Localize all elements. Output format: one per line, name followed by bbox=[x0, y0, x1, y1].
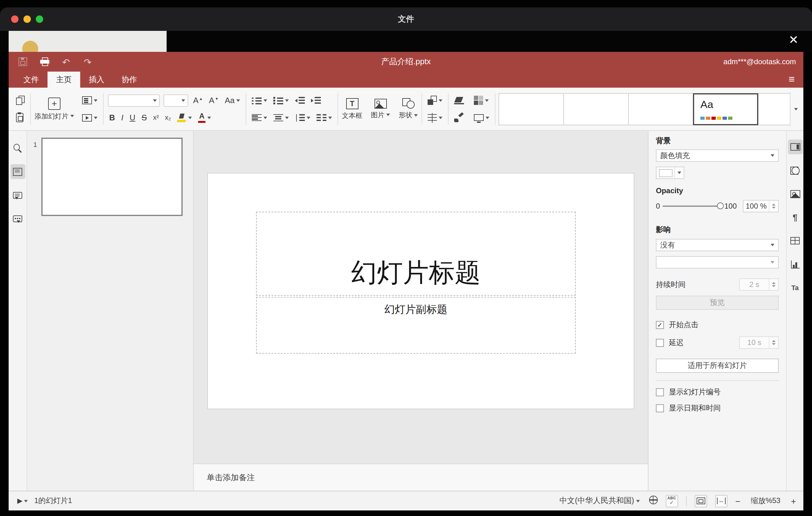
slide-canvas[interactable]: 幻灯片标题 幻灯片副标题 bbox=[194, 131, 648, 463]
columns-button[interactable] bbox=[315, 113, 333, 122]
undo-button[interactable]: ↶ bbox=[59, 55, 73, 68]
color-scheme-button[interactable] bbox=[473, 95, 490, 106]
change-layout-button[interactable] bbox=[81, 96, 99, 105]
vertical-align-button[interactable] bbox=[272, 113, 290, 122]
fit-to-slide-button[interactable] bbox=[694, 495, 707, 507]
font-color-button[interactable]: A bbox=[197, 112, 212, 124]
notes-area[interactable]: 单击添加备注 bbox=[194, 463, 648, 491]
fit-to-width-button[interactable]: ↔ bbox=[715, 495, 727, 507]
start-on-click-checkbox[interactable] bbox=[656, 321, 664, 329]
textart-settings-tab[interactable]: Ta bbox=[788, 280, 803, 295]
copy-style-button[interactable] bbox=[453, 113, 465, 122]
comments-button[interactable] bbox=[10, 188, 25, 202]
slide-thumbnail[interactable] bbox=[41, 138, 183, 216]
italic-button[interactable]: I bbox=[120, 113, 125, 122]
spellcheck-button[interactable]: ABC✓ bbox=[665, 495, 678, 507]
clear-style-button[interactable] bbox=[453, 96, 465, 105]
image-settings-tab[interactable] bbox=[788, 187, 803, 201]
chart-settings-tab[interactable] bbox=[788, 257, 803, 271]
effect-select[interactable]: 没有 bbox=[656, 239, 779, 251]
language-selector[interactable]: 中文(中华人民共和国) bbox=[558, 495, 641, 507]
highlight-color-button[interactable] bbox=[176, 113, 193, 122]
search-button[interactable] bbox=[10, 141, 25, 155]
insert-textbox-button[interactable]: T 文本框 bbox=[339, 98, 365, 120]
start-slideshow-status-button[interactable]: ▶ bbox=[16, 497, 29, 505]
opacity-slider[interactable] bbox=[662, 205, 722, 207]
opacity-slider-knob[interactable] bbox=[717, 202, 724, 209]
slides-panel-button[interactable] bbox=[10, 164, 25, 179]
theme-gallery-expand-button[interactable] bbox=[790, 92, 801, 125]
save-button[interactable] bbox=[16, 55, 30, 68]
tab-home[interactable]: 主页 bbox=[48, 71, 80, 88]
opacity-input[interactable]: 100 % bbox=[743, 200, 779, 212]
theme-tile[interactable] bbox=[628, 93, 694, 125]
duration-input[interactable]: 2 s bbox=[739, 278, 779, 291]
font-size-combo[interactable] bbox=[164, 94, 188, 107]
title-placeholder[interactable]: 幻灯片标题 bbox=[256, 212, 576, 296]
bullets-button[interactable] bbox=[251, 96, 268, 105]
opacity-spinner[interactable] bbox=[769, 201, 778, 212]
delay-input[interactable]: 10 s bbox=[739, 336, 779, 349]
decrease-indent-button[interactable] bbox=[294, 96, 306, 105]
show-date-time-checkbox[interactable] bbox=[656, 404, 664, 412]
line-spacing-button[interactable] bbox=[294, 113, 312, 122]
delay-checkbox[interactable] bbox=[656, 339, 664, 347]
slide-size-button[interactable] bbox=[473, 114, 491, 122]
menu-button[interactable]: ≡ bbox=[788, 71, 795, 88]
strikethrough-button[interactable]: S bbox=[140, 113, 148, 122]
subtitle-placeholder[interactable]: 幻灯片副标题 bbox=[256, 297, 576, 354]
document-language-button[interactable] bbox=[649, 496, 658, 506]
print-button[interactable] bbox=[38, 55, 51, 68]
add-slide-button[interactable]: + 添加幻灯片 bbox=[31, 97, 77, 121]
zoom-out-button[interactable]: − bbox=[735, 496, 740, 506]
arrange-shape-button[interactable] bbox=[426, 95, 444, 106]
preview-button[interactable]: 预览 bbox=[656, 296, 779, 310]
slide[interactable]: 幻灯片标题 幻灯片副标题 bbox=[208, 173, 634, 409]
tab-insert[interactable]: 插入 bbox=[80, 71, 113, 88]
background-page-remnant bbox=[9, 31, 167, 52]
theme-tile[interactable] bbox=[498, 93, 564, 125]
background-color-picker[interactable] bbox=[656, 167, 684, 179]
theme-tile[interactable] bbox=[563, 93, 629, 125]
zoom-in-button[interactable]: + bbox=[791, 496, 796, 506]
slide-settings-tab[interactable] bbox=[788, 140, 803, 154]
theme-preview-text: Aa bbox=[700, 98, 713, 111]
effect-option-select[interactable] bbox=[656, 256, 779, 268]
font-name-combo[interactable] bbox=[108, 94, 160, 107]
bold-button[interactable]: B bbox=[108, 113, 116, 122]
tab-collaboration[interactable]: 协作 bbox=[113, 71, 146, 88]
horizontal-align-button[interactable] bbox=[251, 113, 268, 122]
background-fill-select[interactable]: 颜色填充 bbox=[656, 149, 779, 162]
numbering-button[interactable] bbox=[272, 96, 290, 105]
theme-tile[interactable] bbox=[758, 93, 790, 125]
paragraph-settings-tab[interactable]: ¶ bbox=[788, 210, 803, 225]
print-icon bbox=[40, 57, 49, 66]
tab-file[interactable]: 文件 bbox=[15, 71, 48, 88]
show-date-time-row: 显示日期和时间 bbox=[656, 403, 779, 413]
subscript-button[interactable]: x₂ bbox=[164, 114, 172, 122]
shape-settings-tab[interactable] bbox=[788, 163, 803, 178]
decrease-font-button[interactable]: A▼ bbox=[208, 96, 220, 105]
increase-indent-button[interactable] bbox=[310, 96, 322, 105]
copy-button[interactable] bbox=[15, 95, 26, 106]
spellcheck-icon: ABC✓ bbox=[666, 496, 677, 506]
align-shape-button[interactable] bbox=[426, 113, 444, 122]
start-slideshow-button[interactable] bbox=[81, 113, 99, 122]
theme-tile-selected[interactable]: Aa bbox=[693, 93, 758, 125]
paste-button[interactable] bbox=[15, 112, 25, 123]
duration-spinner[interactable] bbox=[769, 279, 778, 290]
increase-font-button[interactable]: A▲ bbox=[192, 96, 204, 105]
superscript-button[interactable]: x² bbox=[152, 114, 160, 122]
table-settings-tab[interactable] bbox=[788, 233, 803, 248]
home-toolbar: + 添加幻灯片 A▲ A▼ Aa B bbox=[9, 88, 803, 131]
redo-button[interactable]: ↷ bbox=[81, 55, 94, 68]
show-slide-number-checkbox[interactable] bbox=[656, 388, 664, 396]
insert-image-button[interactable]: 图片 bbox=[368, 98, 393, 119]
delay-spinner[interactable] bbox=[769, 337, 778, 348]
apply-to-all-button[interactable]: 适用于所有幻灯片 bbox=[656, 359, 779, 373]
close-icon[interactable]: ✕ bbox=[788, 34, 799, 46]
change-case-button[interactable]: Aa bbox=[224, 96, 241, 105]
insert-shape-button[interactable]: 形状 bbox=[396, 98, 421, 120]
chat-button[interactable] bbox=[10, 211, 25, 226]
underline-button[interactable]: U bbox=[128, 113, 137, 122]
